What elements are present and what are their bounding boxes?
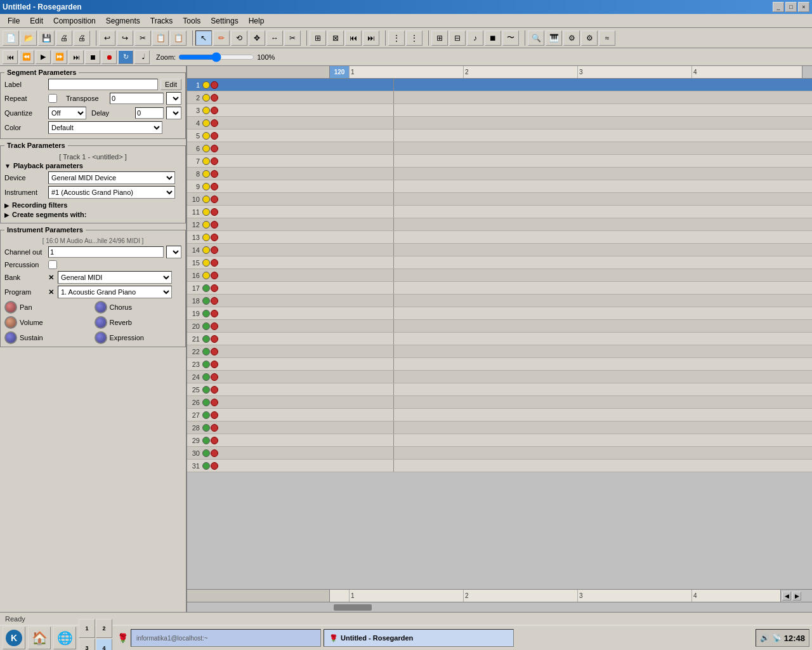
track-row[interactable]: 30 [187, 447, 812, 460]
mute-icon[interactable] [202, 373, 210, 381]
mute-icon[interactable] [202, 183, 210, 190]
mute-icon[interactable] [202, 284, 210, 292]
record-icon[interactable] [211, 107, 218, 114]
pencil-tool[interactable]: ✏ [213, 30, 230, 46]
mute-icon[interactable] [202, 399, 210, 406]
record-icon[interactable] [211, 386, 218, 394]
program-select[interactable]: 1. Acoustic Grand Piano [58, 286, 172, 298]
eraser-tool[interactable]: ⟲ [231, 30, 247, 46]
mute-icon[interactable] [202, 462, 210, 470]
track-row[interactable]: 27 [187, 409, 812, 421]
mute-icon[interactable] [202, 119, 210, 127]
mute-icon[interactable] [202, 437, 210, 444]
mute-icon[interactable] [202, 449, 210, 457]
channel-out-input[interactable] [48, 246, 164, 258]
record-icon[interactable] [211, 310, 218, 317]
track-row[interactable]: 14 [187, 244, 812, 256]
loop-button[interactable]: ⏮ [345, 30, 362, 46]
track-row[interactable]: 2 [187, 91, 812, 104]
copy-button[interactable]: 📋 [152, 30, 169, 46]
add-track-button[interactable]: ⊞ [310, 30, 326, 46]
track-row[interactable]: 28 [187, 421, 812, 434]
track-row[interactable]: 31 [187, 460, 812, 472]
track-row[interactable]: 24 [187, 371, 812, 383]
record-icon[interactable] [211, 234, 218, 241]
mute-icon[interactable] [202, 157, 210, 165]
desktop-1-button[interactable]: 1 [79, 619, 95, 638]
track-row[interactable]: 4 [187, 117, 812, 129]
delay-select[interactable]: ▼ [166, 107, 181, 119]
menu-tools[interactable]: Tools [178, 15, 206, 27]
mute-icon[interactable] [202, 386, 210, 394]
close-button[interactable]: × [798, 2, 809, 12]
piano-button[interactable]: 🎹 [546, 30, 562, 46]
label-input[interactable] [48, 79, 158, 90]
mute-icon[interactable] [202, 81, 210, 89]
track-row[interactable]: 16 [187, 269, 812, 282]
record-icon[interactable] [211, 183, 218, 190]
mute-icon[interactable] [202, 297, 210, 305]
track-row[interactable]: 1 [187, 79, 812, 91]
loop-transport-button[interactable]: ↻ [118, 50, 133, 64]
track-row[interactable]: 15 [187, 256, 812, 269]
step-back-button[interactable]: ⏪ [19, 50, 34, 64]
volume-knob[interactable] [4, 316, 17, 329]
stop-button[interactable]: ⏹ [85, 50, 100, 64]
desktop-3-button[interactable]: 3 [79, 639, 95, 651]
expression-knob[interactable] [95, 331, 107, 344]
instrument-select[interactable]: #1 (Acoustic Grand Piano) [48, 186, 175, 199]
scroll-left-button[interactable]: ◀ [782, 592, 791, 600]
redo-button[interactable]: ↪ [117, 30, 133, 46]
print-button[interactable]: 🖨 [56, 30, 72, 46]
hscroll-thumb[interactable] [334, 604, 372, 611]
zoom-slider[interactable] [178, 52, 254, 62]
track-row[interactable]: 13 [187, 231, 812, 244]
plugin-button[interactable]: ⚙ [563, 30, 580, 46]
record-icon[interactable] [211, 81, 218, 89]
track-row[interactable]: 6 [187, 142, 812, 155]
track-row[interactable]: 12 [187, 218, 812, 231]
track-row[interactable]: 18 [187, 295, 812, 307]
record-icon[interactable] [211, 424, 218, 432]
play-button[interactable]: ▶ [36, 50, 51, 64]
transpose-select[interactable]: ▼ [166, 92, 181, 105]
undo-button[interactable]: ↩ [99, 30, 115, 46]
menu-settings[interactable]: Settings [206, 15, 243, 27]
track-row[interactable]: 10 [187, 193, 812, 206]
step-forward-button[interactable]: ⏩ [52, 50, 67, 64]
bank-select[interactable]: General MIDI [58, 271, 172, 284]
track-row[interactable]: 8 [187, 168, 812, 180]
record-icon[interactable] [211, 157, 218, 165]
save-button[interactable]: 💾 [38, 30, 55, 46]
mute-icon[interactable] [202, 259, 210, 267]
print2-button[interactable]: 🖨 [74, 30, 90, 46]
open-button[interactable]: 📂 [20, 30, 37, 46]
device-button[interactable]: ⚙ [581, 30, 598, 46]
mute-icon[interactable] [202, 196, 210, 203]
tracks-container[interactable]: 1 2 3 4 5 [187, 79, 812, 589]
track-row[interactable]: 26 [187, 396, 812, 409]
color-select[interactable]: Default [48, 121, 162, 134]
split-tool[interactable]: ✂ [284, 30, 301, 46]
metronome-button[interactable]: 𝅘𝅥 [134, 50, 150, 64]
repeat-checkbox[interactable] [48, 94, 57, 103]
record-icon[interactable] [211, 399, 218, 406]
track-row[interactable]: 29 [187, 434, 812, 447]
pan-knob[interactable] [4, 301, 17, 314]
hscrollbar[interactable] [187, 602, 812, 612]
track-row[interactable]: 21 [187, 333, 812, 345]
edit-button[interactable]: Edit [160, 79, 181, 90]
minimize-button[interactable]: _ [773, 2, 784, 12]
delete-track-button[interactable]: ⊠ [327, 30, 344, 46]
menu-composition[interactable]: Composition [48, 15, 101, 27]
mute-icon[interactable] [202, 361, 210, 368]
menu-file[interactable]: File [3, 15, 25, 27]
sustain-knob[interactable] [4, 331, 17, 344]
record-icon[interactable] [211, 449, 218, 457]
mute-icon[interactable] [202, 221, 210, 229]
chorus-knob[interactable] [95, 301, 107, 314]
mute-icon[interactable] [202, 424, 210, 432]
channel-out-select[interactable]: ▼ [166, 246, 181, 258]
wave-button[interactable]: 〜 [502, 30, 519, 46]
grid2-button[interactable]: ⊟ [449, 30, 466, 46]
